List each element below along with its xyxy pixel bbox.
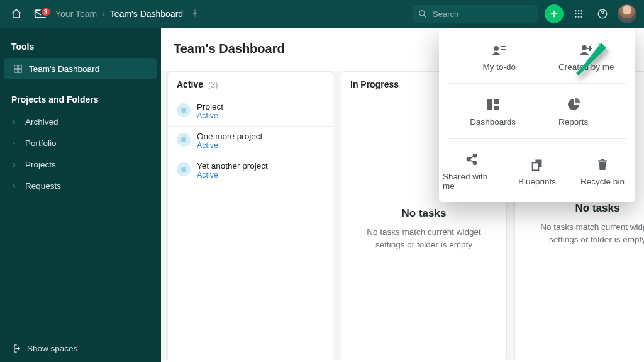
svg-point-17	[494, 46, 499, 51]
sidebar-section-projects: Projects and Folders	[0, 91, 161, 111]
app-header: 3 Your Team › Team's Dashboard	[0, 0, 644, 28]
project-item[interactable]: Project Active	[168, 97, 333, 127]
empty-message: No tasks match current widget settings o…	[359, 226, 489, 251]
svg-rect-22	[494, 99, 499, 104]
svg-rect-16	[18, 69, 21, 72]
column-active: Active (3) Project Active One more proje…	[167, 71, 333, 360]
pin-icon	[191, 9, 199, 18]
svg-rect-29	[598, 160, 607, 161]
column-header: Active (3)	[168, 72, 333, 97]
plus-icon	[549, 9, 559, 19]
search-input[interactable]	[413, 5, 538, 23]
project-status: Active	[197, 171, 268, 179]
show-spaces-button[interactable]: Show spaces	[0, 335, 161, 362]
notification-badge: 3	[40, 7, 52, 17]
apps-item-label: Dashboards	[470, 117, 516, 127]
project-status-dot	[177, 103, 191, 117]
apps-item-label: Shared with me	[443, 172, 501, 191]
svg-rect-30	[601, 159, 604, 160]
svg-point-10	[580, 16, 582, 18]
sidebar-item-portfolio[interactable]: Portfolio	[4, 132, 157, 154]
svg-rect-19	[501, 49, 506, 50]
svg-point-9	[578, 16, 580, 18]
apps-button[interactable]	[570, 5, 587, 23]
breadcrumb: Your Team › Team's Dashboard	[55, 9, 199, 20]
apps-item-shared-with-me[interactable]: Shared with me	[439, 141, 504, 200]
svg-rect-28	[533, 162, 539, 170]
dashboard-icon	[13, 64, 23, 74]
apps-item-dashboards[interactable]: Dashboards	[466, 86, 519, 135]
svg-point-3	[578, 10, 580, 12]
svg-point-12	[602, 16, 602, 16]
svg-rect-21	[487, 99, 492, 110]
svg-rect-23	[494, 106, 499, 110]
reports-icon	[565, 98, 582, 111]
pin-button[interactable]	[191, 9, 199, 20]
sidebar-item-requests[interactable]: Requests	[4, 175, 157, 196]
breadcrumb-page: Team's Dashboard	[110, 9, 183, 19]
svg-point-2	[575, 10, 577, 12]
sidebar-item-label: Portfolio	[25, 139, 57, 148]
inbox-button[interactable]: 3	[31, 5, 49, 23]
project-name: Project	[197, 102, 223, 111]
search-icon	[418, 9, 427, 21]
apps-item-label: My to-do	[482, 62, 516, 72]
svg-point-26	[474, 161, 477, 164]
share-icon	[464, 152, 480, 166]
apps-item-blueprints[interactable]: Blueprints	[504, 141, 570, 200]
breadcrumb-team[interactable]: Your Team	[55, 9, 97, 19]
project-item[interactable]: One more project Active	[168, 127, 333, 156]
svg-rect-13	[14, 65, 17, 68]
project-status: Active	[197, 141, 262, 150]
project-status: Active	[197, 111, 223, 120]
apps-grid-icon	[574, 9, 584, 19]
svg-rect-15	[14, 69, 17, 72]
apps-item-created-by-me[interactable]: Created by me	[555, 31, 618, 81]
sidebar-item-label: Projects	[25, 160, 56, 169]
svg-point-1	[419, 10, 425, 15]
sidebar: Tools Team's Dashboard Projects and Fold…	[0, 28, 161, 362]
dashboards-icon	[485, 98, 501, 111]
svg-rect-18	[501, 46, 506, 47]
trash-icon	[594, 157, 611, 171]
empty-title: No tasks	[575, 202, 620, 215]
svg-point-7	[580, 13, 582, 15]
home-icon	[11, 8, 22, 20]
sidebar-item-projects[interactable]: Projects	[4, 154, 157, 175]
created-by-me-icon	[578, 43, 594, 57]
search-wrap	[413, 5, 538, 23]
apps-item-my-to-do[interactable]: My to-do	[479, 31, 519, 81]
svg-point-6	[578, 13, 580, 15]
empty-title: No tasks	[402, 207, 447, 220]
project-item[interactable]: Yet another project Active	[168, 156, 333, 185]
svg-point-20	[582, 45, 587, 50]
apps-item-label: Reports	[558, 117, 588, 127]
svg-point-4	[580, 10, 582, 12]
project-status-dot	[177, 133, 191, 147]
sidebar-item-teams-dashboard[interactable]: Team's Dashboard	[4, 58, 157, 79]
my-to-do-icon	[491, 43, 508, 57]
apps-item-recycle-bin[interactable]: Recycle bin	[570, 141, 635, 200]
svg-point-24	[474, 154, 477, 157]
blueprints-icon	[529, 157, 545, 171]
add-button[interactable]	[545, 4, 564, 23]
sidebar-item-label: Requests	[25, 181, 61, 191]
breadcrumb-separator: ›	[102, 9, 105, 19]
apps-popover: My to-do Created by me Dashboards Report…	[439, 28, 635, 202]
column-title: Active	[177, 79, 203, 89]
svg-point-5	[575, 13, 577, 15]
project-name: Yet another project	[197, 161, 268, 171]
project-status-dot	[177, 162, 191, 176]
apps-item-label: Created by me	[558, 62, 614, 72]
sidebar-item-archived[interactable]: Archived	[4, 111, 157, 132]
sidebar-section-tools: Tools	[0, 38, 161, 58]
user-avatar[interactable]	[618, 4, 636, 23]
svg-point-8	[575, 16, 577, 18]
column-count: (3)	[208, 81, 218, 89]
apps-item-label: Blueprints	[518, 177, 556, 186]
svg-point-25	[467, 158, 470, 161]
help-icon	[597, 8, 608, 20]
apps-item-reports[interactable]: Reports	[555, 86, 592, 135]
home-button[interactable]	[8, 5, 25, 23]
help-button[interactable]	[594, 5, 611, 23]
